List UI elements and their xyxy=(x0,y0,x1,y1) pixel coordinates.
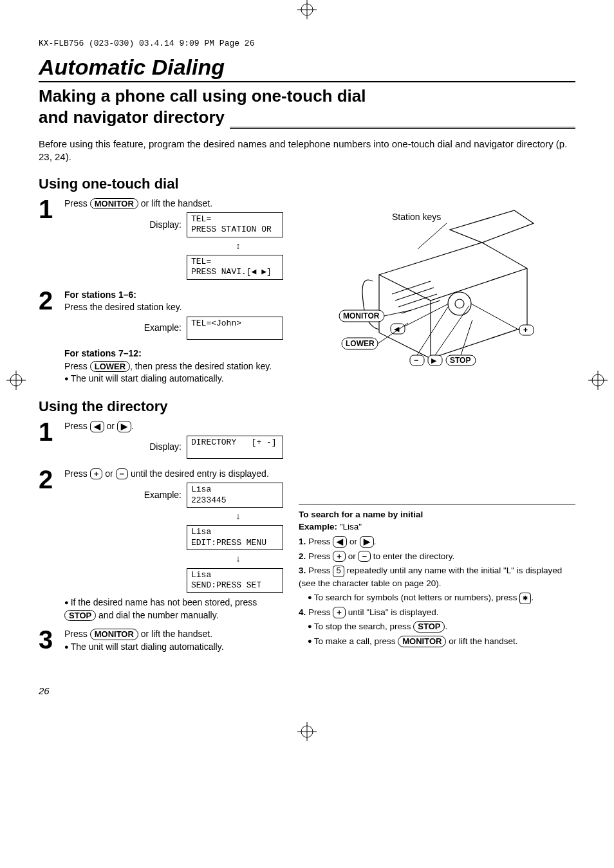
crop-mark-right xyxy=(588,371,608,390)
illus-stop: STOP xyxy=(450,356,470,365)
dir3-pre: Press xyxy=(64,629,90,639)
right-arrow-key: ▶ xyxy=(360,536,374,548)
monitor-key: MONITOR xyxy=(90,198,138,210)
left-arrow-key: ◀ xyxy=(90,421,104,432)
page-subtitle-line2: and navigator directory xyxy=(39,107,225,127)
monitor-key: MONITOR xyxy=(90,629,138,640)
step-number: 1 xyxy=(39,198,58,221)
minus-key: − xyxy=(358,551,371,562)
svg-line-3 xyxy=(392,281,431,294)
step1-text-pre: Press xyxy=(64,198,90,208)
svg-line-11 xyxy=(384,310,411,316)
sidebox-heading: To search for a name by initial xyxy=(299,510,423,519)
illus-minus: − xyxy=(414,356,418,365)
lcd-display: TEL= PRESS STATION OR xyxy=(187,212,283,237)
illus-monitor: MONITOR xyxy=(343,311,380,320)
step-number: 3 xyxy=(39,628,58,651)
down-arrow-icon: ↓ xyxy=(193,510,283,523)
lcd-display: TEL= PRESS NAVI.[◀ ▶] xyxy=(187,255,283,280)
lcd-display: TEL=<John> xyxy=(187,317,283,340)
illus-right: ▶ xyxy=(431,356,437,364)
svg-line-9 xyxy=(418,223,447,249)
station-keys-label: Station keys xyxy=(392,212,441,222)
page-title: Automatic Dialing xyxy=(39,55,575,82)
lcd-display: Lisa EDIT:PRESS MENU xyxy=(187,525,283,550)
example-label: Example: xyxy=(144,322,181,335)
stations-7-12-label: For stations 7–12: xyxy=(64,348,142,358)
intro-text: Before using this feature, program the d… xyxy=(39,138,575,164)
stations-7-12-post: , then press the desired station key. xyxy=(130,361,272,371)
example-label: Example: xyxy=(144,489,181,502)
illus-plus: + xyxy=(523,326,528,335)
lower-key: LOWER xyxy=(90,361,130,373)
display-label: Display: xyxy=(149,219,181,232)
dir3-bullet: The unit will start dialing automaticall… xyxy=(64,641,283,654)
svg-line-23 xyxy=(461,320,472,355)
stations-7-12-pre: Press xyxy=(64,361,90,371)
dir2-pre: Press xyxy=(64,468,90,479)
minus-key: − xyxy=(116,468,129,480)
dir2-mid: or xyxy=(102,468,115,479)
plus-key: + xyxy=(333,607,346,618)
step-number: 2 xyxy=(39,468,58,491)
dir-step-2: 2 Press + or − until the desired entry i… xyxy=(39,468,283,622)
dir1-or: or xyxy=(104,421,117,431)
right-arrow-key: ▶ xyxy=(117,421,131,432)
svg-point-7 xyxy=(448,292,471,315)
step-number: 2 xyxy=(39,289,58,312)
svg-point-8 xyxy=(455,299,464,308)
plus-key: + xyxy=(90,468,103,480)
sidebox-example-label: Example: xyxy=(299,522,337,531)
illus-left: ◀ xyxy=(394,325,400,333)
down-arrow-icon: ↓ xyxy=(193,553,283,566)
svg-line-13 xyxy=(405,304,449,326)
stop-key: STOP xyxy=(413,621,445,633)
svg-line-4 xyxy=(395,288,434,300)
dir2-post: until the desired entry is displayed. xyxy=(128,468,269,479)
section-heading-onetouch: Using one-touch dial xyxy=(39,176,575,192)
step-1: 1 Press MONITOR or lift the handset. Dis… xyxy=(39,198,283,282)
search-by-initial-box: To search for a name by initial Example:… xyxy=(299,504,575,648)
digit-5-key: 5 xyxy=(333,566,344,577)
illus-lower: LOWER xyxy=(346,339,375,348)
step2-bullet: The unit will start dialing automaticall… xyxy=(64,373,283,385)
left-arrow-key: ◀ xyxy=(333,536,347,548)
plus-key: + xyxy=(333,551,346,562)
stations-1-6-text: Press the desired station key. xyxy=(64,301,283,314)
step-number: 1 xyxy=(39,420,58,443)
dir-step-1: 1 Press ◀ or ▶. Display: DIRECTORY [+ -] xyxy=(39,420,283,461)
lcd-display: Lisa SEND:PRESS SET xyxy=(187,568,283,593)
page-number: 26 xyxy=(39,685,575,696)
updown-arrow-icon: ↕ xyxy=(193,240,283,253)
lcd-display: Lisa 2233445 xyxy=(187,483,283,508)
svg-line-19 xyxy=(417,307,448,355)
dir2-bullet: If the desired name has not been stored,… xyxy=(64,596,283,622)
stations-1-6-label: For stations 1–6: xyxy=(64,290,136,300)
display-label: Display: xyxy=(149,441,181,454)
dir1-pre: Press xyxy=(64,421,90,431)
svg-line-17 xyxy=(471,304,519,330)
stop-key: STOP xyxy=(64,610,96,622)
crop-mark-bottom xyxy=(0,722,614,741)
star-key: ✱ xyxy=(519,593,531,604)
page-subtitle-line1: Making a phone call using one-touch dial xyxy=(39,86,575,106)
svg-line-6 xyxy=(402,300,440,313)
dir3-post: or lift the handset. xyxy=(138,629,212,639)
crop-mark-left xyxy=(6,371,26,390)
device-illustration: Station keys MONITOR ◀ xyxy=(299,198,575,380)
sidebox-example-val: "Lisa" xyxy=(337,522,362,531)
monitor-key: MONITOR xyxy=(398,636,446,647)
divider xyxy=(230,127,575,129)
dir1-post: . xyxy=(131,421,134,431)
crop-mark-top xyxy=(0,0,614,19)
running-header: KX-FLB756 (023-030) 03.4.14 9:09 PM Page… xyxy=(39,39,575,48)
step1-text-post: or lift the handset. xyxy=(138,198,212,208)
lcd-display: DIRECTORY [+ -] xyxy=(187,436,283,459)
dir-step-3: 3 Press MONITOR or lift the handset. The… xyxy=(39,628,283,653)
step-2: 2 For stations 1–6: Press the desired st… xyxy=(39,289,283,385)
section-heading-directory: Using the directory xyxy=(39,398,575,415)
